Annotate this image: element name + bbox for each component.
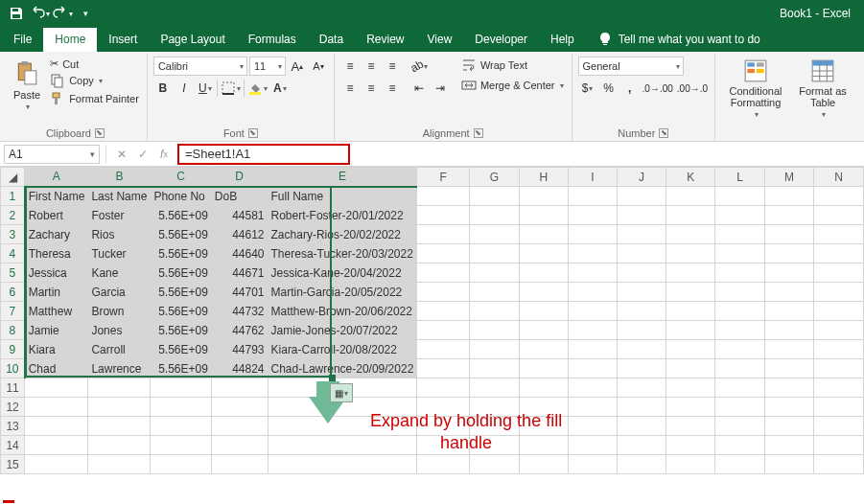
row-header[interactable]: 12	[1, 398, 25, 417]
cell[interactable]	[569, 225, 618, 244]
cell[interactable]: 44824	[211, 359, 268, 378]
cell[interactable]	[470, 263, 520, 283]
cell[interactable]	[814, 206, 864, 225]
cell[interactable]	[211, 378, 268, 398]
comma-format-button[interactable]: ,	[620, 79, 640, 98]
cell[interactable]	[569, 302, 618, 321]
cell[interactable]	[417, 340, 470, 359]
cell[interactable]: Last Name	[88, 187, 151, 206]
wrap-text-button[interactable]: Wrap Text	[459, 57, 566, 74]
increase-indent-button[interactable]: ⇥	[431, 79, 450, 98]
cell[interactable]	[666, 263, 714, 283]
cell[interactable]	[617, 263, 666, 283]
cell[interactable]: 5.56E+09	[151, 340, 211, 359]
cell[interactable]	[666, 417, 714, 436]
cell[interactable]	[814, 321, 864, 340]
cell[interactable]	[666, 340, 714, 359]
cell[interactable]	[470, 359, 520, 378]
cell[interactable]: 44671	[211, 263, 268, 283]
cell[interactable]	[569, 244, 618, 263]
cell[interactable]	[569, 398, 618, 417]
row-header[interactable]: 5	[1, 263, 25, 283]
column-header[interactable]: C	[151, 168, 211, 187]
alignment-launcher[interactable]: ⬊	[474, 128, 483, 138]
cell[interactable]	[470, 187, 520, 206]
cell[interactable]	[519, 263, 569, 283]
tab-file[interactable]: File	[2, 28, 43, 52]
cell[interactable]	[417, 302, 470, 321]
cell[interactable]	[519, 283, 569, 302]
paste-button[interactable]: Paste▾	[10, 57, 44, 113]
cell[interactable]	[617, 436, 666, 455]
save-button[interactable]	[6, 3, 27, 24]
cell[interactable]	[814, 283, 864, 302]
column-header[interactable]: I	[569, 168, 618, 187]
cell[interactable]: Jamie-Jones-20/07/2022	[268, 321, 417, 340]
cell[interactable]	[764, 263, 814, 283]
format-painter-button[interactable]: Format Painter	[48, 90, 141, 107]
cell[interactable]	[617, 187, 666, 206]
cell[interactable]	[211, 436, 268, 455]
cell[interactable]	[814, 436, 864, 455]
cell[interactable]	[470, 378, 520, 398]
cell[interactable]	[715, 263, 764, 283]
tab-insert[interactable]: Insert	[97, 28, 149, 52]
cell[interactable]: Robert	[25, 206, 88, 225]
cell[interactable]: Zachary-Rios-20/02/2022	[268, 225, 417, 244]
cell[interactable]	[417, 321, 470, 340]
cell[interactable]: Brown	[88, 302, 151, 321]
cell[interactable]: 44581	[211, 206, 268, 225]
cell[interactable]	[519, 206, 569, 225]
cell[interactable]	[151, 417, 211, 436]
cell[interactable]	[88, 455, 151, 474]
tab-developer[interactable]: Developer	[463, 28, 539, 52]
align-center-button[interactable]: ≡	[362, 79, 381, 98]
cell[interactable]	[151, 436, 211, 455]
cell[interactable]	[715, 321, 764, 340]
cell[interactable]	[814, 378, 864, 398]
copy-button[interactable]: Copy▾	[48, 72, 141, 89]
cell[interactable]	[519, 187, 569, 206]
cell[interactable]: 44612	[211, 225, 268, 244]
cell[interactable]: Chad-Lawrence-20/09/2022	[268, 359, 417, 378]
cell[interactable]	[470, 244, 520, 263]
row-header[interactable]: 15	[1, 455, 25, 474]
qat-customize-button[interactable]: ▾	[75, 3, 96, 24]
cell[interactable]	[764, 340, 814, 359]
column-header[interactable]: K	[666, 168, 714, 187]
cell[interactable]	[715, 244, 764, 263]
cell[interactable]: Martin-Garcia-20/05/2022	[268, 283, 417, 302]
cell[interactable]	[666, 283, 714, 302]
borders-button[interactable]: ▾	[220, 79, 242, 98]
cell[interactable]	[470, 340, 520, 359]
cell[interactable]	[417, 283, 470, 302]
cell[interactable]: Theresa-Tucker-20/03/2022	[268, 244, 417, 263]
cell[interactable]	[715, 455, 764, 474]
cell[interactable]	[519, 455, 569, 474]
cell[interactable]	[417, 225, 470, 244]
cell[interactable]	[617, 206, 666, 225]
number-launcher[interactable]: ⬊	[659, 128, 668, 138]
cell[interactable]	[764, 225, 814, 244]
row-header[interactable]: 7	[1, 302, 25, 321]
cell[interactable]	[569, 321, 618, 340]
column-header[interactable]: L	[715, 168, 764, 187]
format-as-table-button[interactable]: Format as Table▾	[794, 57, 852, 121]
cell[interactable]: First Name	[25, 187, 88, 206]
fill-color-button[interactable]: ▾	[246, 79, 269, 98]
cell[interactable]: Theresa	[25, 244, 88, 263]
cell[interactable]	[814, 359, 864, 378]
undo-button[interactable]: ▾	[29, 3, 50, 24]
cell[interactable]	[519, 340, 569, 359]
increase-font-button[interactable]: A▴	[288, 57, 307, 76]
cell[interactable]: 5.56E+09	[151, 225, 211, 244]
cell[interactable]: 44732	[211, 302, 268, 321]
cell[interactable]	[569, 283, 618, 302]
cell[interactable]	[666, 225, 714, 244]
cell[interactable]	[666, 378, 714, 398]
column-header[interactable]: D	[211, 168, 268, 187]
cell[interactable]	[470, 321, 520, 340]
cell[interactable]	[764, 378, 814, 398]
cell[interactable]	[715, 225, 764, 244]
cut-button[interactable]: ✂Cut	[48, 57, 141, 71]
